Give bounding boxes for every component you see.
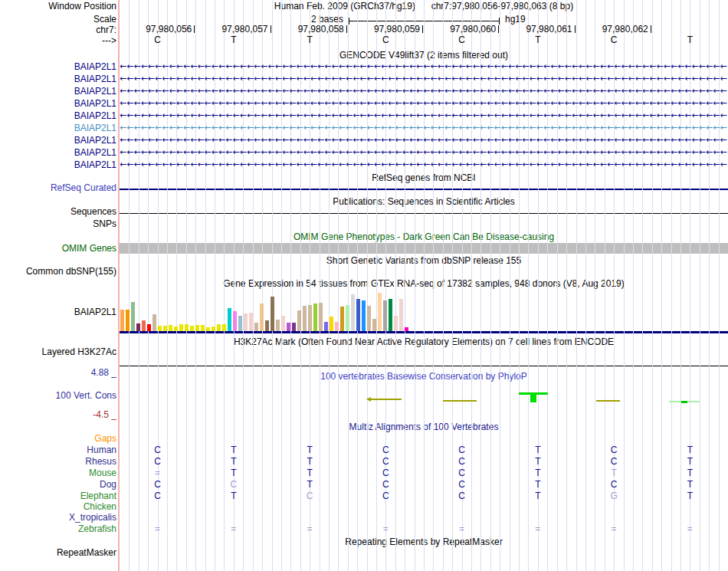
gene-label[interactable]: BAIAP2L1 [0,148,116,158]
gtex-bar[interactable] [120,310,124,331]
species-label[interactable]: Dog [0,480,116,490]
gene-transcript-row[interactable]: ←←←←←←←←←←←←←←←←←←←←←←←←←←←←←←←←←←←←←←←←… [120,135,727,146]
gene-transcript-row[interactable]: ←←←←←←←←←←←←←←←←←←←←←←←←←←←←←←←←←←←←←←←←… [120,86,727,97]
gtex-bar[interactable] [195,325,199,331]
gtex-bar[interactable] [271,297,274,331]
gtex-bar[interactable] [152,314,156,331]
omim-genes-label[interactable]: OMIM Genes [0,244,116,254]
gtex-bar[interactable] [367,306,371,331]
species-label[interactable]: X_tropicalis [0,513,116,523]
gtex-bar[interactable] [228,308,231,331]
gtex-bar[interactable] [287,323,290,331]
gtex-bar[interactable] [281,316,285,331]
gtex-bar[interactable] [185,324,189,331]
gtex-bar[interactable] [399,299,403,331]
gtex-bar[interactable] [405,327,408,331]
conservation-mark[interactable] [530,392,536,402]
gene-label[interactable]: BAIAP2L1 [0,123,116,133]
gtex-bar[interactable] [297,310,301,331]
gene-label[interactable]: BAIAP2L1 [0,136,116,146]
gtex-bar[interactable] [244,313,248,331]
refseq-curated-label[interactable]: RefSeq Curated [0,183,116,193]
gtex-bar[interactable] [351,294,355,331]
gtex-bar[interactable] [383,300,387,331]
species-label[interactable]: Gaps [0,434,116,444]
conservation-mark[interactable] [443,400,477,402]
conservation-mark[interactable] [368,399,402,400]
gene-transcript-row[interactable]: ←←←←←←←←←←←←←←←←←←←←←←←←←←←←←←←←←←←←←←←←… [120,159,727,170]
gtex-bar[interactable] [319,303,323,331]
gtex-bar[interactable] [324,322,328,331]
strand-label: ---> [0,36,116,46]
alignment-base: G [606,491,621,501]
gtex-bar[interactable] [330,317,333,331]
gene-label[interactable]: BAIAP2L1 [0,74,116,84]
gtex-bar[interactable] [389,299,392,331]
species-label[interactable]: Chicken [0,502,116,512]
gene-label[interactable]: BAIAP2L1 [0,111,116,121]
gtex-bar[interactable] [340,307,344,331]
gtex-bar[interactable] [201,325,205,331]
conservation-mark[interactable] [681,401,687,403]
gene-transcript-row[interactable]: ←←←←←←←←←←←←←←←←←←←←←←←←←←←←←←←←←←←←←←←←… [120,123,727,133]
conservation-track-label[interactable]: 100 Vert. Cons [0,391,116,401]
gtex-bar[interactable] [179,324,183,331]
gtex-bar[interactable] [346,305,349,331]
gtex-bar[interactable] [249,313,253,331]
gene-label[interactable]: BAIAP2L1 [0,99,116,109]
ruler-tick [346,25,347,33]
gtex-bar[interactable] [206,327,210,331]
conservation-mark[interactable] [596,400,620,402]
gtex-bar[interactable] [238,316,242,331]
gtex-bar[interactable] [260,304,264,331]
gtex-bar[interactable] [394,316,398,331]
gtex-bar[interactable] [190,326,194,331]
gene-label[interactable]: BAIAP2L1 [0,62,116,72]
gtex-bar[interactable] [126,310,130,331]
gene-transcript-row[interactable]: ←←←←←←←←←←←←←←←←←←←←←←←←←←←←←←←←←←←←←←←←… [120,74,727,84]
species-label[interactable]: Mouse [0,468,116,478]
gtex-bar[interactable] [169,325,172,331]
gtex-bar[interactable] [308,305,312,331]
gene-transcript-row[interactable]: ←←←←←←←←←←←←←←←←←←←←←←←←←←←←←←←←←←←←←←←←… [120,147,727,158]
alignment-base: C [454,457,470,467]
gene-transcript-row[interactable]: ←←←←←←←←←←←←←←←←←←←←←←←←←←←←←←←←←←←←←←←←… [120,61,727,72]
gtex-bar[interactable] [378,293,382,331]
gtex-bar[interactable] [292,323,296,331]
gtex-bar[interactable] [163,326,167,331]
gtex-bar[interactable] [265,320,269,331]
gtex-bar[interactable] [303,306,307,331]
sequence-base: T [302,35,317,44]
gtex-bar[interactable] [217,324,221,331]
gtex-gene-label[interactable]: BAIAP2L1 [0,307,116,317]
gtex-bar[interactable] [131,302,135,331]
gtex-bar[interactable] [372,319,376,331]
gene-transcript-row[interactable]: ←←←←←←←←←←←←←←←←←←←←←←←←←←←←←←←←←←←←←←←←… [120,110,727,121]
species-label[interactable]: Zebrafish [0,524,116,534]
gtex-bar[interactable] [254,323,258,331]
gtex-bar[interactable] [174,327,178,331]
gtex-bar[interactable] [158,326,162,331]
gtex-bar[interactable] [136,323,140,331]
gtex-bar[interactable] [276,320,280,331]
sequences-label[interactable]: Sequences [0,207,116,217]
gtex-bar[interactable] [335,322,339,331]
gtex-bar[interactable] [233,311,237,331]
species-label[interactable]: Elephant [0,491,116,501]
gene-transcript-row[interactable]: ←←←←←←←←←←←←←←←←←←←←←←←←←←←←←←←←←←←←←←←←… [120,98,727,109]
species-label[interactable]: Rhesus [0,457,116,467]
gene-label[interactable]: BAIAP2L1 [0,160,116,170]
gtex-bar[interactable] [147,324,151,331]
species-label[interactable]: Human [0,445,116,455]
gtex-bar[interactable] [222,324,226,331]
common-dbsnp-label[interactable]: Common dbSNP(155) [0,267,116,277]
gtex-bar[interactable] [142,320,146,331]
gtex-bar[interactable] [313,304,317,331]
gene-label[interactable]: BAIAP2L1 [0,87,116,97]
gtex-bar[interactable] [362,300,366,331]
gtex-bar[interactable] [212,327,215,331]
snps-label[interactable]: SNPs [0,219,116,229]
repeatmasker-label[interactable]: RepeatMasker [0,548,116,558]
gtex-bar[interactable] [356,299,360,331]
layered-h3k27ac-label[interactable]: Layered H3K27Ac [0,347,116,357]
